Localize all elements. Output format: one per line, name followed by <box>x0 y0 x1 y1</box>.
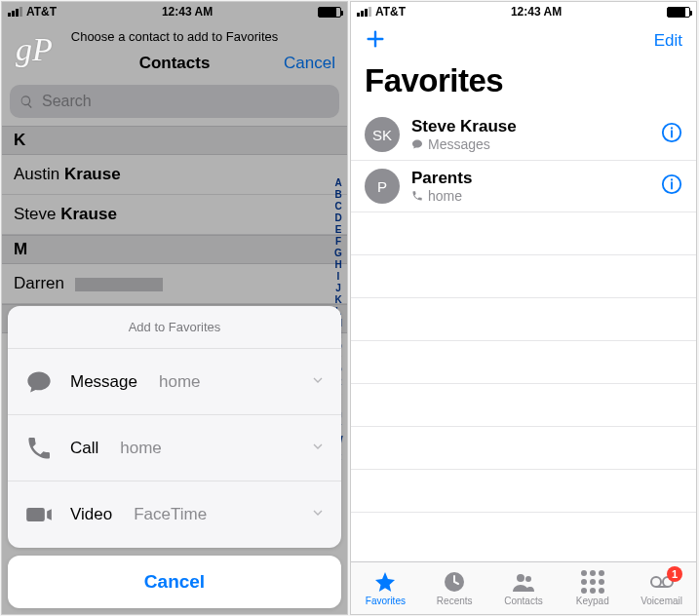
tab-bar: Favorites Recents Contacts Keypad Voicem… <box>351 561 696 614</box>
battery-icon <box>667 7 690 18</box>
phone-contacts-picker: AT&T 12:43 AM Choose a contact to add to… <box>1 1 348 615</box>
action-sheet: Add to Favorites Message home Call home <box>2 300 347 614</box>
add-button[interactable] <box>365 28 386 54</box>
section-header-m: M <box>2 235 347 264</box>
nav-bar: Edit <box>351 21 696 60</box>
svg-point-9 <box>517 574 524 582</box>
message-icon <box>23 368 55 396</box>
info-button[interactable] <box>661 122 682 147</box>
carrier-label: AT&T <box>375 5 406 19</box>
search-placeholder: Search <box>42 93 92 110</box>
favorite-name: Parents <box>411 169 649 188</box>
phone-icon <box>23 435 55 462</box>
empty-row <box>351 384 696 427</box>
phone-favorites: AT&T 12:43 AM Edit Favorites SK Steve Kr… <box>350 1 697 615</box>
signal-icon <box>357 7 371 17</box>
nav-cancel-button[interactable]: Cancel <box>284 54 335 73</box>
empty-row <box>351 427 696 470</box>
picker-prompt: Choose a contact to add to Favorites <box>2 21 347 46</box>
sheet-title: Add to Favorites <box>8 306 341 349</box>
star-icon <box>372 570 398 594</box>
clock-icon <box>442 570 467 594</box>
carrier-label: AT&T <box>26 5 57 19</box>
info-button[interactable] <box>661 173 682 199</box>
svg-point-11 <box>651 577 661 587</box>
svg-point-10 <box>525 576 531 582</box>
two-phone-layout: AT&T 12:43 AM Choose a contact to add to… <box>0 0 699 616</box>
message-icon <box>411 138 423 150</box>
avatar: P <box>365 169 400 204</box>
sheet-cancel-button[interactable]: Cancel <box>8 556 341 608</box>
empty-row <box>351 470 696 513</box>
signal-icon <box>8 7 22 17</box>
redacted-last-name <box>75 278 163 291</box>
contact-row[interactable]: Darren <box>2 264 347 304</box>
phone-icon <box>411 190 423 202</box>
contact-row[interactable]: Austin Krause <box>2 155 347 195</box>
chevron-down-icon <box>310 372 326 392</box>
sheet-option-call[interactable]: Call home <box>8 415 341 481</box>
empty-row <box>351 255 696 298</box>
tab-recents[interactable]: Recents <box>420 562 489 614</box>
status-bar: AT&T 12:43 AM <box>2 2 347 21</box>
empty-row <box>351 298 696 341</box>
voicemail-badge: 1 <box>667 566 682 582</box>
favorite-meta: Messages <box>411 136 649 152</box>
sheet-option-video[interactable]: Video FaceTime <box>8 481 341 548</box>
favorite-name: Steve Krause <box>411 117 649 136</box>
chevron-down-icon <box>310 505 326 524</box>
sheet-option-message[interactable]: Message home <box>8 349 341 415</box>
edit-button[interactable]: Edit <box>654 31 682 51</box>
status-bar: AT&T 12:43 AM <box>351 2 696 21</box>
contacts-icon <box>511 570 536 594</box>
tab-keypad[interactable]: Keypad <box>558 562 627 614</box>
svg-point-4 <box>671 127 673 129</box>
favorite-row[interactable]: P Parents home <box>351 161 696 212</box>
favorite-row[interactable]: SK Steve Krause Messages <box>351 109 696 161</box>
empty-row <box>351 212 696 255</box>
clock-label: 12:43 AM <box>162 5 213 19</box>
chevron-down-icon <box>310 439 326 458</box>
favorite-meta: home <box>411 188 649 204</box>
empty-row <box>351 341 696 384</box>
video-icon <box>23 501 55 528</box>
avatar: SK <box>365 117 400 152</box>
keypad-icon <box>581 570 604 594</box>
svg-point-7 <box>671 178 673 180</box>
favorites-list: SK Steve Krause Messages P Parents <box>351 109 696 513</box>
tab-favorites[interactable]: Favorites <box>351 562 420 614</box>
clock-label: 12:43 AM <box>511 5 562 19</box>
nav-bar: Contacts Cancel <box>2 46 347 81</box>
search-icon <box>19 95 34 109</box>
tab-contacts[interactable]: Contacts <box>489 562 559 614</box>
contact-row[interactable]: Steve Krause <box>2 195 347 235</box>
search-field[interactable]: Search <box>10 85 339 118</box>
section-header-k: K <box>2 126 347 155</box>
tab-voicemail[interactable]: Voicemail 1 <box>627 562 696 614</box>
battery-icon <box>318 7 341 18</box>
page-title: Favorites <box>351 60 696 109</box>
